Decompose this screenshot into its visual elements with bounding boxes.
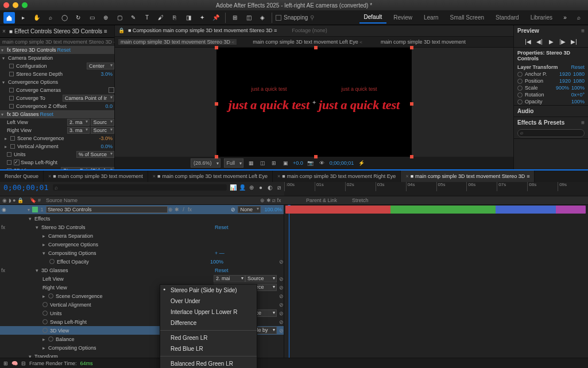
- fx-3dglasses-header[interactable]: 3D Glasses: [12, 111, 39, 117]
- tl-marker-icon[interactable]: ⧄: [275, 184, 283, 192]
- transform-reset-link[interactable]: Reset: [571, 64, 585, 70]
- dd-over-under[interactable]: Over Under: [160, 296, 257, 307]
- snapping-toggle[interactable]: Snapping ⚲: [276, 14, 314, 21]
- preview-panel-header[interactable]: Preview: [517, 28, 539, 34]
- rotate-tool-icon[interactable]: ↻: [72, 12, 84, 24]
- col-parent[interactable]: Parent & Link: [304, 196, 350, 204]
- convergence-z-value[interactable]: 0.0: [105, 103, 113, 109]
- play-button[interactable]: ▶: [547, 38, 555, 45]
- 3d-tool-icon[interactable]: ◈: [257, 12, 268, 24]
- home-button[interactable]: [3, 12, 15, 24]
- prop-convergence-options[interactable]: Convergence Options: [8, 79, 114, 85]
- eraser-tool-icon[interactable]: ◨: [183, 12, 194, 24]
- tl-reset-link[interactable]: Reset: [215, 224, 284, 230]
- workspace-review[interactable]: Review: [389, 12, 417, 23]
- brush-tool-icon[interactable]: 🖌: [155, 12, 167, 24]
- mask-tool-icon[interactable]: ◫: [243, 12, 254, 24]
- keyframe-stopwatch-icon[interactable]: [9, 64, 14, 68]
- tl-tab-right-eye[interactable]: × ■ main comp simple 3D text movement Ri…: [273, 171, 401, 182]
- snapshot-icon[interactable]: 📷: [307, 159, 315, 167]
- clone-tool-icon[interactable]: ⎘: [169, 12, 180, 24]
- selection-tool-icon[interactable]: ▸: [17, 12, 29, 24]
- fx-reset-link[interactable]: Reset: [57, 47, 71, 53]
- composition-viewer[interactable]: just a quick test just a quick test ✦ ju…: [115, 48, 513, 157]
- camera-tool-icon[interactable]: ▭: [86, 12, 98, 24]
- next-frame-button[interactable]: |▶: [559, 38, 567, 45]
- scene-convergence-value[interactable]: -3.0%: [99, 135, 113, 141]
- tl-draft-icon[interactable]: ◐: [266, 184, 274, 192]
- resolution-dropdown[interactable]: Full: [224, 158, 244, 168]
- fx-stereo3d-header[interactable]: Stereo 3D Controls: [12, 47, 56, 53]
- orbit-tool-icon[interactable]: ◯: [59, 12, 70, 24]
- roto-tool-icon[interactable]: ✦: [196, 12, 208, 24]
- pan-behind-tool-icon[interactable]: ⊕: [100, 12, 111, 24]
- mask-toggle-icon[interactable]: ◫: [258, 159, 266, 167]
- tl-tab-main[interactable]: × ■ main comp simple 3D text movement: [44, 171, 148, 182]
- timeline-tracks[interactable]: [284, 205, 588, 358]
- tl-collapse-icon[interactable]: ⊟: [21, 361, 26, 366]
- pen-tool-icon[interactable]: ✎: [127, 12, 139, 24]
- zoom-tool-icon[interactable]: ⌕: [45, 12, 56, 24]
- current-time-display[interactable]: 0;00;00;01: [330, 160, 354, 166]
- tl-tab-left-eye[interactable]: × ■ main comp simple 3D text movement Le…: [148, 171, 273, 182]
- prop-camera-separation[interactable]: Camera Separation: [8, 55, 114, 61]
- flow-tab-main[interactable]: main comp simple 3D text movement: [378, 39, 468, 45]
- dd-difference[interactable]: Difference: [160, 317, 257, 328]
- fast-preview-icon[interactable]: ⚡: [357, 159, 365, 167]
- dd-interlace[interactable]: Interlace Upper L Lower R: [160, 307, 257, 317]
- workspace-small-screen[interactable]: Small Screen: [446, 12, 489, 23]
- prop-effects[interactable]: Effects: [34, 216, 284, 222]
- flow-tab-left-eye[interactable]: main comp simple 3D text movement Left E…: [250, 39, 365, 45]
- converge-cameras-checkbox[interactable]: [109, 87, 114, 93]
- visibility-icon[interactable]: ◉: [0, 207, 8, 212]
- playhead[interactable]: [289, 205, 289, 358]
- left-view-dropdown[interactable]: 2. ma: [67, 119, 90, 126]
- swap-lr-checkbox[interactable]: [14, 160, 20, 165]
- hand-tool-icon[interactable]: ✋: [31, 12, 42, 24]
- lock-icon[interactable]: 🔒: [118, 28, 125, 33]
- last-frame-button[interactable]: ▶|: [570, 38, 578, 45]
- dd-red-green[interactable]: Red Green LR: [160, 332, 257, 343]
- timeline-ruler[interactable]: :00s01s 02s03s 04s05s 06s07s 08s09s: [284, 182, 588, 191]
- effects-presets-header[interactable]: Effects & Presets: [517, 119, 564, 126]
- dd-bal-red-green[interactable]: Balanced Red Green LR: [160, 358, 257, 368]
- show-snapshot-icon[interactable]: 👁: [318, 159, 326, 167]
- workspace-learn[interactable]: Learn: [419, 12, 443, 23]
- tl-toggle-icon[interactable]: ⊞: [3, 361, 8, 366]
- layer-1-bar[interactable]: [285, 206, 586, 214]
- first-frame-button[interactable]: |◀: [524, 38, 532, 45]
- stereo-scene-depth-value[interactable]: 3.0%: [100, 71, 113, 77]
- workspace-standard[interactable]: Standard: [491, 12, 524, 23]
- effect-controls-tab[interactable]: ■ Effect Controls Stereo 3D Controls ≡: [9, 28, 107, 34]
- right-view-dropdown[interactable]: 3. ma: [67, 127, 90, 134]
- type-tool-icon[interactable]: T: [141, 12, 153, 24]
- configuration-dropdown[interactable]: Center: [87, 63, 114, 69]
- layer-1-row[interactable]: ◉ ▾ 1 Stereo 3D Controls ⊕✱/fx ⊘ None 10…: [0, 205, 284, 214]
- tl-brain-icon[interactable]: 🧠: [11, 361, 18, 366]
- guides-icon[interactable]: ⊞: [270, 159, 278, 167]
- col-stretch[interactable]: Stretch: [350, 196, 378, 204]
- timeline-timecode[interactable]: 0;00;00;01: [0, 182, 52, 193]
- tl-shy-icon[interactable]: 👤: [238, 184, 246, 192]
- prev-frame-button[interactable]: ◀|: [536, 38, 544, 45]
- tl-motion-blur-icon[interactable]: ●: [257, 184, 265, 192]
- tl-fx-icon[interactable]: ⊕: [247, 184, 256, 192]
- tl-tab-render-queue[interactable]: Render Queue: [0, 171, 44, 182]
- footage-tab[interactable]: Footage (none): [292, 28, 327, 33]
- col-source-name[interactable]: Source Name: [44, 196, 258, 204]
- zoom-dropdown[interactable]: (28.6%): [191, 158, 220, 168]
- search-icon[interactable]: ⌕: [573, 12, 585, 24]
- dd-red-blue[interactable]: Red Blue LR: [160, 343, 257, 354]
- timeline-search-input[interactable]: ⌕: [53, 184, 227, 191]
- vertical-alignment-value[interactable]: 0.0%: [100, 144, 113, 149]
- tl-tab-stereo[interactable]: × ■ main comp simple 3D text movement St…: [401, 171, 535, 182]
- units-dropdown[interactable]: % of Source: [76, 151, 114, 158]
- workspace-libraries[interactable]: Libraries: [526, 12, 557, 23]
- dd-stereo-pair[interactable]: Stereo Pair (Side by Side): [160, 285, 257, 296]
- exposure-value[interactable]: +0.0: [293, 160, 303, 166]
- audio-panel-header[interactable]: Audio: [517, 108, 533, 114]
- composition-tab[interactable]: ■ Composition main comp simple 3D text m…: [128, 28, 277, 33]
- effects-search-input[interactable]: ⌕: [517, 129, 585, 137]
- align-tool-icon[interactable]: ⊞: [229, 12, 241, 24]
- layer-1-name[interactable]: Stereo 3D Controls: [46, 206, 168, 213]
